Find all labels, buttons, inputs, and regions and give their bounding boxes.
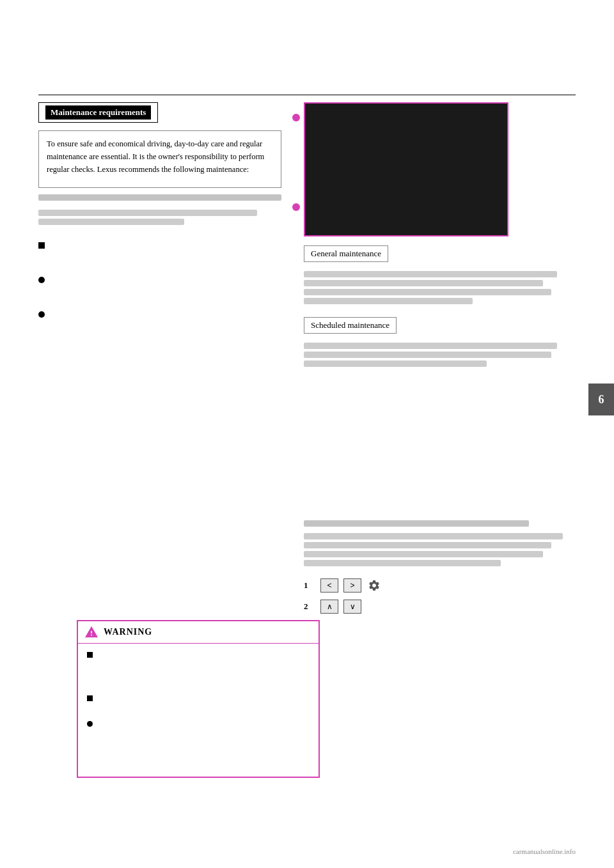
general-maintenance-label: General maintenance <box>304 245 388 262</box>
nav-up-button[interactable]: ∧ <box>320 600 338 614</box>
image-container <box>304 102 585 236</box>
right-lower-section: 1 < > 2 ∧ ∨ <box>304 518 585 620</box>
watermark: carmanualsonline.info <box>513 848 576 855</box>
warning-box: WARNING <box>77 620 320 778</box>
maintenance-requirements-box: Maintenance requirements <box>38 102 158 123</box>
partial-blurred-line <box>38 194 281 201</box>
bullet-circle-row-2 <box>38 307 281 345</box>
engine-diagram-image <box>304 102 508 236</box>
warning-triangle-icon <box>84 625 98 639</box>
warning-title: WARNING <box>104 627 152 637</box>
sm-line3 <box>304 360 487 367</box>
warning-bullet-2 <box>87 694 310 714</box>
bullet-square-row <box>38 238 281 267</box>
rl-line3 <box>304 551 543 557</box>
maintenance-requirements-title: Maintenance requirements <box>45 105 151 120</box>
rl-line1 <box>304 533 563 539</box>
bullet-square-icon <box>38 240 49 250</box>
right-lower-body: 1 < > 2 ∧ ∨ <box>304 533 585 614</box>
right-lower-intro <box>304 520 585 527</box>
nav-row-2: 2 ∧ ∨ <box>304 600 585 614</box>
warning-bc-icon <box>87 721 93 727</box>
nav-row-1: 1 < > <box>304 578 585 593</box>
gm-line4 <box>304 298 473 304</box>
warning-bullet-circle <box>87 719 310 766</box>
gm-line1 <box>304 271 557 277</box>
scheduled-maintenance-label: Scheduled maintenance <box>304 317 397 334</box>
chapter-tab: 6 <box>588 384 614 415</box>
sm-line2 <box>304 352 551 358</box>
blurred-text-2 <box>38 219 184 225</box>
top-rule <box>38 95 576 95</box>
nav-right-button[interactable]: > <box>343 578 361 593</box>
right-column: General maintenance Scheduled maintenanc… <box>304 102 585 380</box>
image-dot-bottom <box>292 203 300 211</box>
maintenance-requirements-content: To ensure safe and economical driving, d… <box>38 130 281 188</box>
bullet-circle-row <box>38 272 281 302</box>
bullet-circle-icon-2 <box>38 309 49 319</box>
general-maintenance-text-block <box>38 210 281 225</box>
nav-num-1: 1 <box>304 579 315 592</box>
warning-bullet-1 <box>87 650 310 688</box>
nav-num-2: 2 <box>304 600 315 613</box>
nav-left-button[interactable]: < <box>320 578 338 593</box>
sm-line1 <box>304 343 557 349</box>
warning-header: WARNING <box>78 621 319 644</box>
chapter-number: 6 <box>599 393 604 407</box>
warning-bs-icon-2 <box>87 695 93 701</box>
warning-content <box>78 644 319 777</box>
maintenance-req-body: To ensure safe and economical driving, d… <box>47 137 273 176</box>
gm-line2 <box>304 280 543 286</box>
warning-bs-icon-1 <box>87 652 93 658</box>
image-dot-top <box>292 114 300 121</box>
rl-intro-line <box>304 520 529 527</box>
gear-icon[interactable] <box>366 578 382 593</box>
rl-line2 <box>304 542 551 548</box>
bullet-circle-icon <box>38 274 49 284</box>
nav-down-button[interactable]: ∨ <box>343 600 361 614</box>
rl-line4 <box>304 560 501 566</box>
scheduled-maintenance-body <box>304 343 585 367</box>
left-bullet-section <box>38 238 281 345</box>
general-maintenance-body <box>304 271 585 304</box>
left-column: Maintenance requirements To ensure safe … <box>38 102 281 354</box>
gm-line3 <box>304 289 551 295</box>
blurred-text-1 <box>38 210 257 216</box>
page-container: 6 Maintenance requirements To ensure saf… <box>0 0 614 868</box>
